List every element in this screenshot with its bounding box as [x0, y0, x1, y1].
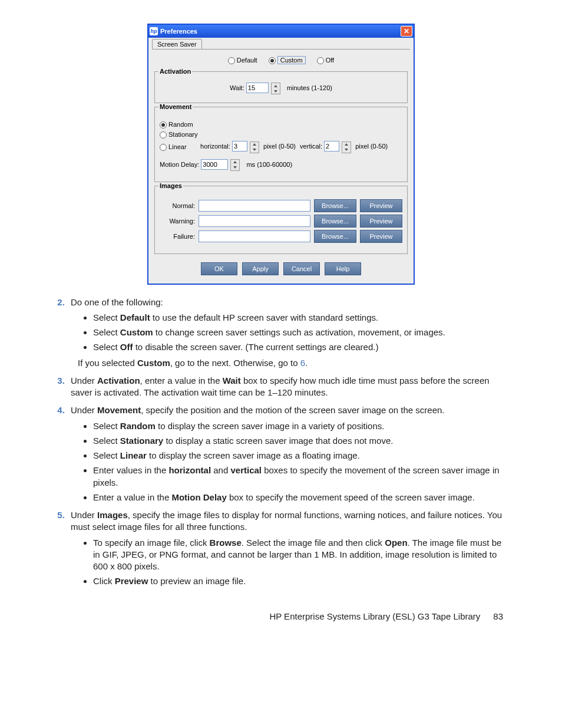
motion-delay-input[interactable]	[201, 159, 228, 170]
radio-random[interactable]: Random	[160, 121, 193, 129]
radio-custom-label: Custom	[277, 56, 306, 64]
window-title: Preferences	[160, 28, 401, 35]
tab-strip: Screen Saver	[148, 38, 414, 49]
spinner-up-icon[interactable]	[342, 142, 351, 147]
image-failure-input[interactable]	[199, 230, 310, 242]
radio-stationary[interactable]: Stationary	[160, 131, 198, 139]
spinner-up-icon[interactable]	[272, 83, 280, 88]
wait-input[interactable]	[246, 83, 269, 93]
apply-button[interactable]: Apply	[242, 262, 279, 275]
motion-delay-spinner[interactable]	[230, 159, 240, 171]
image-normal-label: Normal:	[160, 202, 195, 209]
list-item: Select Custom to change screen saver set…	[93, 327, 509, 338]
step-2-after: If you selected Custom, go to the next. …	[78, 357, 509, 369]
preview-button[interactable]: Preview	[360, 199, 402, 212]
hp-logo-icon: hp	[150, 27, 158, 35]
browse-button[interactable]: Browse...	[314, 199, 356, 212]
browse-button[interactable]: Browse...	[314, 215, 356, 228]
cancel-button[interactable]: Cancel	[283, 262, 320, 275]
images-legend: Images	[158, 182, 183, 189]
vertical-input[interactable]	[324, 141, 339, 151]
dialog-button-row: OK Apply Cancel Help	[154, 258, 408, 276]
preferences-window: hp Preferences ✕ Screen Saver Default Cu…	[147, 24, 415, 285]
footer-title: HP Enterprise Systems Library (ESL) G3 T…	[269, 611, 480, 621]
movement-legend: Movement	[158, 103, 193, 110]
horizontal-spinner[interactable]	[250, 141, 259, 153]
vertical-hint: pixel (0-50)	[355, 143, 388, 150]
image-row-warning: Warning: Browse... Preview	[160, 215, 402, 228]
radio-random-label: Random	[168, 121, 193, 128]
spinner-up-icon[interactable]	[231, 160, 239, 165]
radio-custom[interactable]: Custom	[269, 57, 306, 64]
list-item: Select Stationary to display a static sc…	[93, 435, 509, 447]
step-2: Do one of the following: Select Default …	[67, 297, 509, 369]
radio-off[interactable]: Off	[317, 57, 334, 64]
preview-button[interactable]: Preview	[360, 215, 402, 228]
image-failure-label: Failure:	[160, 233, 195, 240]
step-2-lead: Do one of the following:	[71, 297, 163, 307]
page-footer: HP Enterprise Systems Library (ESL) G3 T…	[53, 611, 509, 621]
horizontal-hint: pixel (0-50)	[263, 143, 296, 150]
spinner-down-icon[interactable]	[231, 165, 239, 170]
list-item: Select Random to display the screen save…	[93, 420, 509, 432]
list-item: Select Off to disable the screen saver. …	[93, 341, 509, 353]
vertical-label: vertical:	[300, 143, 322, 150]
list-item: Enter values in the horizontal and verti…	[93, 465, 509, 489]
instruction-list: Do one of the following: Select Default …	[53, 297, 509, 588]
wait-hint: minutes (1-120)	[287, 84, 332, 91]
link-step-6[interactable]: 6	[300, 358, 305, 368]
radio-off-label: Off	[326, 57, 334, 64]
radio-linear[interactable]: Linear	[160, 143, 199, 151]
step-3: Under Activation, enter a value in the W…	[67, 375, 509, 399]
step-4: Under Movement, specify the position and…	[67, 404, 509, 503]
wait-spinner[interactable]	[271, 83, 280, 94]
ok-button[interactable]: OK	[201, 262, 237, 275]
vertical-spinner[interactable]	[342, 141, 351, 153]
list-item: Enter a value in the Motion Delay box to…	[93, 492, 509, 503]
activation-legend: Activation	[158, 68, 192, 75]
image-warning-label: Warning:	[160, 218, 195, 225]
horizontal-input[interactable]	[232, 141, 247, 151]
window-titlebar: hp Preferences ✕	[148, 25, 414, 38]
image-normal-input[interactable]	[199, 200, 310, 212]
image-row-failure: Failure: Browse... Preview	[160, 230, 402, 243]
radio-default[interactable]: Default	[228, 57, 257, 64]
spinner-up-icon[interactable]	[250, 142, 259, 147]
tab-screen-saver[interactable]: Screen Saver	[152, 39, 202, 49]
browse-button[interactable]: Browse...	[314, 230, 356, 243]
step-5: Under Images, specify the image files to…	[67, 509, 509, 588]
motion-delay-label: Motion Delay:	[160, 161, 199, 168]
radio-stationary-label: Stationary	[168, 131, 198, 138]
mode-radio-row: Default Custom Off	[154, 53, 408, 68]
spinner-down-icon[interactable]	[272, 88, 280, 94]
motion-delay-hint: ms (100-60000)	[246, 161, 292, 168]
help-button[interactable]: Help	[325, 262, 361, 275]
activation-group: Activation Wait: minutes (1-120)	[154, 71, 408, 103]
list-item: Select Linear to display the screen save…	[93, 450, 509, 462]
movement-group: Movement Random Stationary Linear horizo…	[154, 107, 408, 182]
image-warning-input[interactable]	[199, 215, 310, 227]
spinner-down-icon[interactable]	[250, 147, 259, 153]
spinner-down-icon[interactable]	[342, 147, 351, 153]
images-group: Images Normal: Browse... Preview Warning…	[154, 186, 408, 254]
wait-label: Wait:	[230, 84, 244, 91]
radio-default-label: Default	[237, 57, 257, 64]
close-icon[interactable]: ✕	[401, 26, 412, 37]
list-item: To specify an image file, click Browse. …	[93, 537, 509, 573]
list-item: Click Preview to preview an image file.	[93, 575, 509, 587]
preview-button[interactable]: Preview	[360, 230, 402, 243]
image-row-normal: Normal: Browse... Preview	[160, 199, 402, 212]
list-item: Select Default to use the default HP scr…	[93, 312, 509, 324]
page-number: 83	[493, 611, 503, 621]
radio-linear-label: Linear	[168, 143, 187, 150]
horizontal-label: horizontal:	[200, 143, 230, 150]
